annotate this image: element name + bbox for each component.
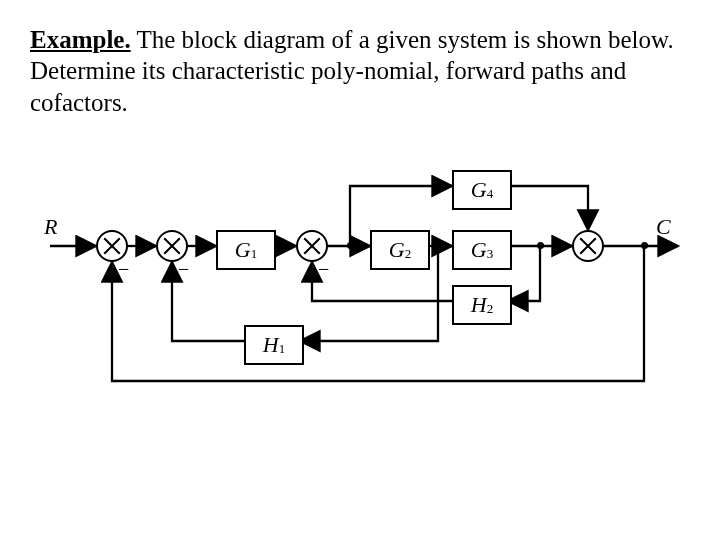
g2-sym: G <box>389 237 405 263</box>
g2-sub: 2 <box>405 246 412 262</box>
minus-s2: − <box>178 258 189 281</box>
label-c: C <box>656 214 671 240</box>
block-h1: H1 <box>244 325 304 365</box>
h2-sym: H <box>471 292 487 318</box>
sum-4 <box>572 230 604 262</box>
g1-sym: G <box>235 237 251 263</box>
node-g4-branch <box>347 242 354 249</box>
g3-sub: 3 <box>487 246 494 262</box>
label-r: R <box>44 214 57 240</box>
h2-sub: 2 <box>487 301 494 317</box>
g4-sub: 4 <box>487 186 494 202</box>
minus-s1: − <box>118 258 129 281</box>
h1-sym: H <box>263 332 279 358</box>
g3-sym: G <box>471 237 487 263</box>
block-g3: G3 <box>452 230 512 270</box>
block-g1: G1 <box>216 230 276 270</box>
g4-sym: G <box>471 177 487 203</box>
g1-sub: 1 <box>251 246 258 262</box>
block-h2: H2 <box>452 285 512 325</box>
block-g2: G2 <box>370 230 430 270</box>
example-caption: Example. The block diagram of a given sy… <box>30 24 690 118</box>
node-h1-branch <box>435 242 442 249</box>
h1-sub: 1 <box>279 341 286 357</box>
caption-lead: Example. <box>30 26 131 53</box>
block-g4: G4 <box>452 170 512 210</box>
node-h2-branch <box>537 242 544 249</box>
node-out-branch <box>641 242 648 249</box>
minus-s3: − <box>318 258 329 281</box>
block-diagram: G1 G2 G3 G4 H2 H1 R C − − − <box>30 146 690 406</box>
